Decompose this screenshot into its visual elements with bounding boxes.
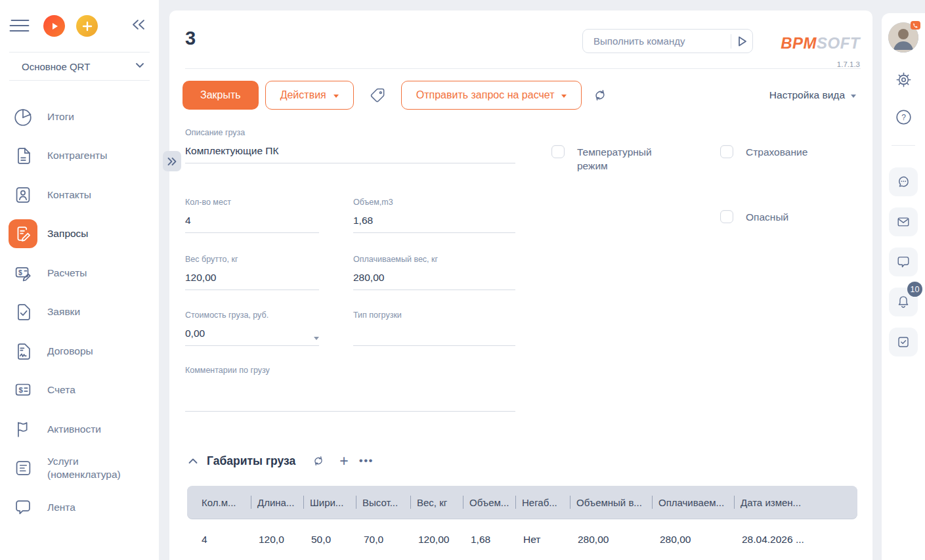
send-request-button[interactable]: Отправить запрос на расчет: [401, 81, 582, 110]
sidebar-item-zayavki[interactable]: Заявки: [0, 293, 159, 332]
checkbox[interactable]: [720, 145, 733, 158]
document-check-icon: [9, 297, 37, 326]
field-cargo-description: Описание груза Комплектующие ПК: [185, 128, 515, 163]
sidebar-item-lenta[interactable]: Лента: [0, 488, 159, 527]
more-options-icon[interactable]: •••: [359, 454, 374, 467]
sidebar-nav: Итоги Контрагенты Контакты Запросы $ Рас…: [0, 81, 159, 527]
run-process-button[interactable]: [43, 15, 65, 37]
chevron-down-icon: [851, 95, 856, 98]
field-loading-type: Тип погрузки: [353, 311, 515, 346]
feed-bubble-icon: [9, 493, 37, 522]
email-button[interactable]: [889, 207, 918, 236]
cargo-dimensions-section-header: Габариты груза + •••: [188, 452, 374, 469]
workspace-name: Основное QRT: [22, 61, 90, 72]
checkbox-dangerous[interactable]: Опасный: [720, 210, 788, 224]
view-settings-button[interactable]: Настройка вида: [769, 89, 856, 101]
messenger-button[interactable]: [889, 167, 918, 196]
column-header[interactable]: Кол.м...: [187, 486, 251, 519]
chat-button[interactable]: [889, 248, 918, 276]
chevron-down-icon: [333, 95, 339, 98]
column-header[interactable]: Объем...: [463, 486, 515, 519]
checkbox[interactable]: [551, 145, 565, 158]
checkbox[interactable]: [720, 210, 733, 223]
close-button[interactable]: Закрыть: [183, 81, 259, 110]
gross-weight-input[interactable]: 120,00: [185, 272, 319, 290]
flag-icon: [9, 415, 37, 444]
expand-panel-button[interactable]: [163, 151, 181, 171]
chevron-down-icon[interactable]: [314, 337, 319, 340]
column-header[interactable]: Оплачиваем...: [652, 486, 734, 519]
user-avatar[interactable]: [888, 22, 918, 53]
version-label: 1.7.1.3: [837, 60, 860, 68]
notification-count-badge: 10: [907, 282, 922, 297]
quick-add-button[interactable]: [76, 15, 98, 37]
workspace-selector[interactable]: Основное QRT: [0, 53, 159, 80]
sync-icon[interactable]: [590, 85, 610, 105]
divider: [185, 68, 861, 69]
collapse-section-icon[interactable]: [188, 458, 198, 465]
column-header[interactable]: Объемный в...: [570, 486, 652, 519]
sidebar-item-aktivnosti[interactable]: Активности: [0, 410, 159, 449]
collapse-sidebar-icon[interactable]: [131, 19, 146, 30]
divider: [892, 145, 915, 146]
sidebar-item-uslugi[interactable]: Услуги (номенклатура): [0, 449, 159, 488]
settings-gear-icon[interactable]: [893, 70, 914, 90]
command-line: [582, 29, 753, 53]
document-icon: [9, 141, 37, 170]
notifications-button[interactable]: 10: [889, 288, 918, 316]
field-paid-weight: Оплачиваемый вес, кг 280,00: [353, 255, 515, 290]
add-row-icon[interactable]: +: [339, 454, 348, 467]
cargo-cost-input[interactable]: 0,00: [185, 328, 319, 346]
sidebar-item-dogovory[interactable]: Договоры: [0, 332, 159, 371]
toolbar: Закрыть Действия Отправить запрос на рас…: [183, 81, 859, 110]
column-header[interactable]: Вес, кг: [410, 486, 463, 519]
sidebar-item-kontragenty[interactable]: Контрагенты: [0, 137, 159, 176]
actions-button[interactable]: Действия: [265, 81, 354, 110]
sidebar-item-kontakty[interactable]: Контакты: [0, 175, 159, 215]
reload-detail-icon[interactable]: [310, 452, 327, 469]
chevron-down-icon: [561, 95, 567, 98]
sidebar-header: [0, 0, 159, 52]
checkbox-temperature-mode[interactable]: Температурный режим: [551, 145, 659, 173]
sidebar-item-zaprosy[interactable]: Запросы: [0, 215, 159, 254]
run-command-icon[interactable]: [731, 30, 752, 53]
field-cargo-cost: Стоимость груза, руб. 0,00: [185, 311, 319, 346]
sidebar-item-raschety[interactable]: $ Расчеты: [0, 253, 159, 293]
cargo-comments-input[interactable]: [185, 383, 515, 412]
tag-icon[interactable]: [368, 85, 388, 106]
table-header-row: Кол.м... Длина... Шири... Высот... Вес, …: [187, 486, 857, 519]
svg-text:$: $: [18, 269, 22, 276]
volume-input[interactable]: 1,68: [353, 215, 515, 233]
pie-chart-icon: [9, 102, 37, 131]
column-header[interactable]: Длина...: [251, 486, 303, 519]
sidebar-item-scheta[interactable]: $ Счета: [0, 371, 159, 410]
chevron-down-icon: [135, 62, 144, 68]
column-header[interactable]: Негаб...: [515, 486, 570, 519]
loading-type-input[interactable]: [353, 328, 515, 346]
column-header[interactable]: Дата измен...: [734, 486, 857, 519]
field-volume: Объем,m3 1,68: [353, 198, 515, 233]
tasks-button[interactable]: [889, 328, 918, 356]
column-header[interactable]: Шири...: [303, 486, 356, 519]
contract-icon: [9, 337, 37, 366]
call-badge-icon: [911, 21, 920, 30]
calculation-edit-icon: $: [9, 259, 37, 288]
contact-card-icon: [9, 181, 37, 209]
menu-hamburger-icon[interactable]: [9, 18, 31, 33]
column-header[interactable]: Высот...: [356, 486, 410, 519]
left-sidebar: Основное QRT Итоги Контрагенты Контакты: [0, 0, 159, 560]
bpmsoft-logo: BPMSOFT: [781, 34, 860, 53]
field-cargo-comments: Комментарии по грузу: [185, 366, 515, 412]
cargo-description-input[interactable]: Комплектующие ПК: [185, 145, 515, 163]
page-title: 3: [185, 28, 196, 49]
places-count-input[interactable]: 4: [185, 215, 319, 233]
list-icon: [9, 454, 37, 483]
table-row[interactable]: 4 120,0 50,0 70,0 120,00 1,68 Нет 280,00…: [187, 519, 857, 560]
sidebar-item-itogi[interactable]: Итоги: [0, 97, 159, 137]
command-input[interactable]: [583, 35, 731, 47]
paid-weight-input[interactable]: 280,00: [353, 272, 515, 290]
checkbox-insurance[interactable]: Страхование: [720, 145, 807, 159]
help-icon[interactable]: ?: [893, 107, 914, 127]
svg-text:?: ?: [901, 113, 906, 122]
section-title: Габариты груза: [207, 454, 295, 468]
